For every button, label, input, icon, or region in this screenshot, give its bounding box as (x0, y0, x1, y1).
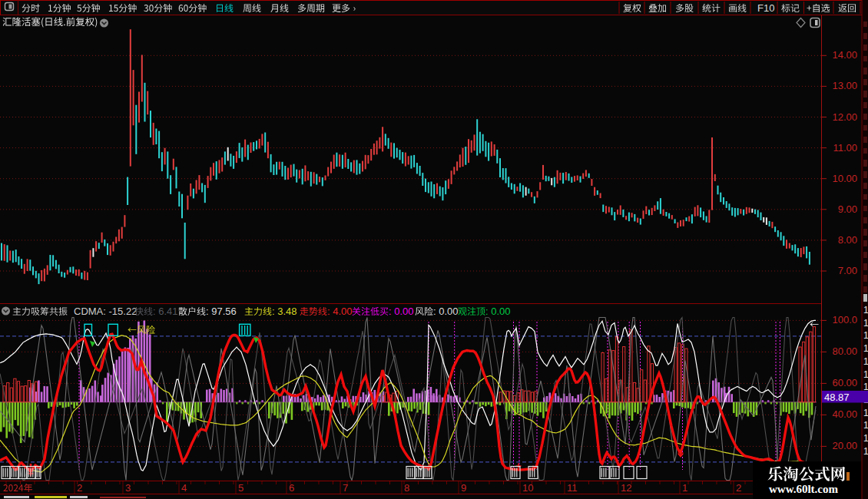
svg-text:1: 1 (863, 330, 868, 341)
svg-text:20.00: 20.00 (832, 440, 857, 451)
svg-text:5: 5 (238, 482, 244, 494)
svg-text:: 0.00: : 0.00 (389, 306, 414, 317)
svg-text:9: 9 (461, 482, 466, 494)
svg-text:6: 6 (289, 482, 294, 494)
svg-text:9.00: 9.00 (838, 203, 857, 215)
svg-text:13.00: 13.00 (832, 80, 857, 91)
svg-text:F10: F10 (757, 2, 774, 14)
svg-text:7.00: 7.00 (838, 265, 857, 276)
svg-text:60.00: 60.00 (832, 377, 857, 388)
svg-text:1: 1 (863, 408, 868, 418)
svg-text:1: 1 (863, 446, 868, 457)
svg-text:1: 1 (863, 433, 868, 444)
svg-text:1: 1 (863, 369, 868, 380)
svg-text:: 3.48: : 3.48 (272, 306, 297, 317)
svg-text:1: 1 (863, 420, 868, 431)
svg-text:1: 1 (863, 305, 868, 316)
svg-text:12: 12 (621, 482, 631, 494)
svg-text:48.87: 48.87 (824, 392, 850, 403)
svg-text:www.60lt.com: www.60lt.com (769, 483, 838, 495)
svg-text:8: 8 (404, 482, 409, 494)
svg-text:: 0.00: : 0.00 (433, 306, 459, 317)
svg-text:: 0.00: : 0.00 (485, 306, 511, 317)
svg-text:12.00: 12.00 (832, 111, 857, 123)
svg-text:: 6.41: : 6.41 (153, 306, 178, 317)
svg-text:2: 2 (736, 482, 741, 494)
svg-text:11: 11 (567, 482, 578, 494)
svg-text:2: 2 (77, 482, 82, 494)
svg-text:14.00: 14.00 (832, 49, 857, 61)
svg-text:: 97.56: : 97.56 (206, 306, 237, 317)
svg-text:80.00: 80.00 (832, 345, 857, 357)
svg-text:1: 1 (863, 356, 868, 367)
svg-text:: 4.00: : 4.00 (327, 306, 353, 317)
svg-text:40.00: 40.00 (832, 408, 857, 420)
svg-text:1: 1 (863, 343, 868, 354)
svg-text:CDMA: -15.22: CDMA: -15.22 (74, 306, 137, 317)
svg-text:4: 4 (181, 482, 187, 494)
svg-text:3: 3 (125, 482, 131, 494)
svg-text:11.00: 11.00 (833, 142, 857, 154)
svg-text:1: 1 (682, 482, 687, 494)
svg-text:1: 1 (863, 318, 868, 329)
svg-text:8.00: 8.00 (838, 234, 857, 246)
svg-text:100.0: 100.0 (832, 314, 857, 326)
svg-text:10.00: 10.00 (832, 173, 857, 184)
